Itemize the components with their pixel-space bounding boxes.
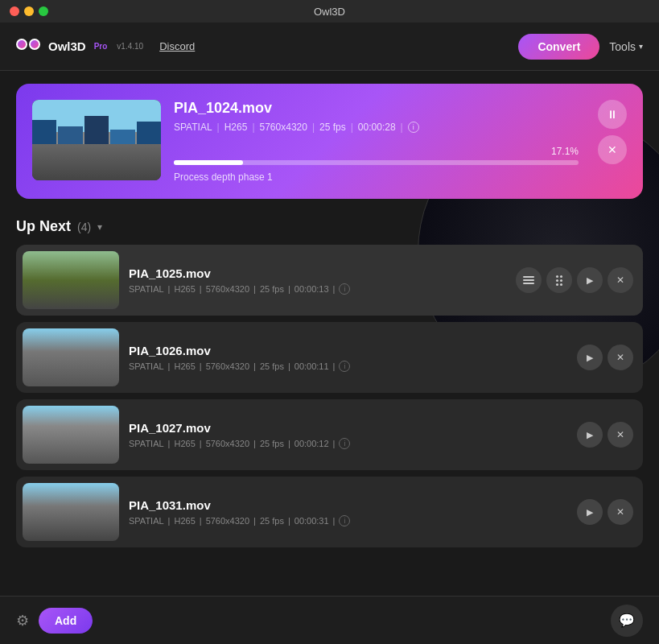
queue-item-actions-3: ▶ ✕ — [577, 422, 633, 448]
queue-remove-button-3[interactable]: ✕ — [608, 422, 633, 448]
convert-button[interactable]: Convert — [518, 34, 599, 60]
header: Owl3D Pro v1.4.10 Discord Convert Tools … — [0, 23, 659, 71]
discord-link[interactable]: Discord — [159, 40, 195, 52]
owl-eye-right — [29, 39, 40, 50]
cancel-active-button[interactable]: ✕ — [598, 135, 627, 164]
queue-thumbnail-4 — [23, 483, 119, 541]
queue-meta-1: SPATIAL | H265 | 5760x4320 | 25 fps | 00… — [129, 283, 506, 295]
progress-status: Process depth phase 1 — [174, 171, 579, 183]
queue-remove-button-2[interactable]: ✕ — [608, 345, 633, 370]
progress-bar — [174, 160, 579, 165]
meta-duration: 00:00:28 — [358, 122, 396, 133]
traffic-lights — [10, 6, 48, 16]
titlebar: Owl3D — [0, 0, 659, 23]
queue-info-icon-1[interactable]: i — [339, 283, 350, 295]
queue-item-info-3: PIA_1027.mov SPATIAL | H265 | 5760x4320 … — [129, 421, 567, 449]
play-icon: ▶ — [587, 507, 593, 518]
queue-meta-4: SPATIAL | H265 | 5760x4320 | 25 fps | 00… — [129, 515, 567, 526]
queue-menu-button-1[interactable] — [516, 267, 542, 293]
owl-eye-left — [16, 39, 27, 50]
active-conversion-card: PIA_1024.mov SPATIAL | H265 | 5760x4320 … — [16, 84, 643, 199]
queue-thumbnail-3 — [23, 406, 119, 464]
close-icon: ✕ — [616, 429, 624, 440]
active-file-info: PIA_1024.mov SPATIAL | H265 | 5760x4320 … — [174, 100, 579, 183]
queue-info-icon-2[interactable]: i — [339, 361, 350, 372]
settings-button[interactable]: ⚙ — [16, 612, 29, 630]
queue-item: PIA_1031.mov SPATIAL | H265 | 5760x4320 … — [16, 477, 643, 547]
play-icon: ▶ — [587, 430, 593, 440]
queue-item-info-1: PIA_1025.mov SPATIAL | H265 | 5760x4320 … — [129, 266, 506, 295]
tools-button[interactable]: Tools ▾ — [609, 40, 643, 53]
app-name: Owl3D — [48, 39, 86, 53]
close-icon: ✕ — [616, 275, 624, 286]
close-button[interactable] — [10, 6, 19, 16]
queue-item-actions-4: ▶ ✕ — [577, 499, 633, 525]
pause-button[interactable]: ⏸ — [598, 100, 627, 129]
queue-meta-2: SPATIAL | H265 | 5760x4320 | 25 fps | 00… — [129, 361, 567, 372]
queue-filename-3: PIA_1027.mov — [129, 421, 567, 435]
reorder-icon — [556, 275, 562, 286]
section-chevron-icon[interactable]: ▾ — [97, 221, 102, 233]
active-thumbnail — [32, 100, 161, 180]
window-title: Owl3D — [314, 6, 345, 18]
queue-play-button-2[interactable]: ▶ — [577, 345, 603, 370]
chat-icon: 💬 — [619, 613, 635, 628]
logo-area: Owl3D Pro v1.4.10 — [16, 39, 143, 55]
meta-spatial: SPATIAL — [174, 122, 212, 133]
close-icon: ✕ — [616, 506, 624, 518]
queue-play-button-4[interactable]: ▶ — [577, 499, 603, 525]
play-icon: ▶ — [587, 275, 593, 286]
queue-item-info-2: PIA_1026.mov SPATIAL | H265 | 5760x4320 … — [129, 344, 567, 372]
queue-remove-button-4[interactable]: ✕ — [608, 499, 633, 525]
info-icon[interactable]: i — [408, 122, 419, 133]
queue-item: PIA_1026.mov SPATIAL | H265 | 5760x4320 … — [16, 322, 643, 393]
queue-count: (4) — [77, 221, 91, 233]
progress-fill — [174, 160, 243, 165]
queue-filename-2: PIA_1026.mov — [129, 344, 567, 357]
queue-item-actions-2: ▶ ✕ — [577, 345, 633, 370]
queue-filename-4: PIA_1031.mov — [129, 498, 567, 512]
owl-logo — [16, 39, 42, 55]
queue-reorder-button-1[interactable] — [546, 267, 572, 293]
minimize-button[interactable] — [24, 6, 34, 16]
meta-fps: 25 fps — [319, 122, 346, 133]
queue-thumbnail-1 — [23, 251, 119, 309]
queue-play-button-1[interactable]: ▶ — [577, 267, 603, 293]
play-icon: ▶ — [587, 353, 593, 363]
maximize-button[interactable] — [39, 6, 48, 16]
card-actions: ⏸ ✕ — [598, 100, 627, 164]
queue-meta-3: SPATIAL | H265 | 5760x4320 | 25 fps | 00… — [129, 438, 567, 449]
active-filename: PIA_1024.mov — [174, 100, 579, 117]
chevron-down-icon: ▾ — [639, 42, 643, 51]
queue-item: PIA_1025.mov SPATIAL | H265 | 5760x4320 … — [16, 245, 643, 316]
queue-remove-button-1[interactable]: ✕ — [608, 267, 633, 293]
queue-item-info-4: PIA_1031.mov SPATIAL | H265 | 5760x4320 … — [129, 498, 567, 526]
progress-percent: 17.1% — [174, 146, 579, 157]
queue-filename-1: PIA_1025.mov — [129, 266, 506, 280]
app-version: v1.4.10 — [117, 42, 143, 51]
section-title: Up Next — [16, 218, 71, 235]
close-icon: ✕ — [616, 352, 624, 363]
up-next-header: Up Next (4) ▾ — [16, 218, 643, 235]
bottom-bar: ⚙ Add 💬 — [0, 596, 659, 644]
add-button[interactable]: Add — [39, 608, 93, 634]
queue-item: PIA_1027.mov SPATIAL | H265 | 5760x4320 … — [16, 399, 643, 470]
queue-play-button-3[interactable]: ▶ — [577, 422, 603, 448]
queue-info-icon-4[interactable]: i — [339, 515, 350, 526]
meta-resolution: 5760x4320 — [260, 122, 307, 133]
queue-thumbnail-2 — [23, 328, 119, 386]
app-badge: Pro — [94, 42, 108, 51]
hamburger-icon — [523, 276, 534, 284]
meta-codec: H265 — [224, 122, 248, 133]
main-content: PIA_1024.mov SPATIAL | H265 | 5760x4320 … — [0, 71, 659, 644]
chat-button[interactable]: 💬 — [611, 605, 643, 637]
queue-list: PIA_1025.mov SPATIAL | H265 | 5760x4320 … — [16, 245, 643, 547]
queue-item-actions-1: ▶ ✕ — [516, 267, 633, 293]
active-meta: SPATIAL | H265 | 5760x4320 | 25 fps | 00… — [174, 122, 579, 133]
queue-info-icon-3[interactable]: i — [339, 438, 350, 449]
